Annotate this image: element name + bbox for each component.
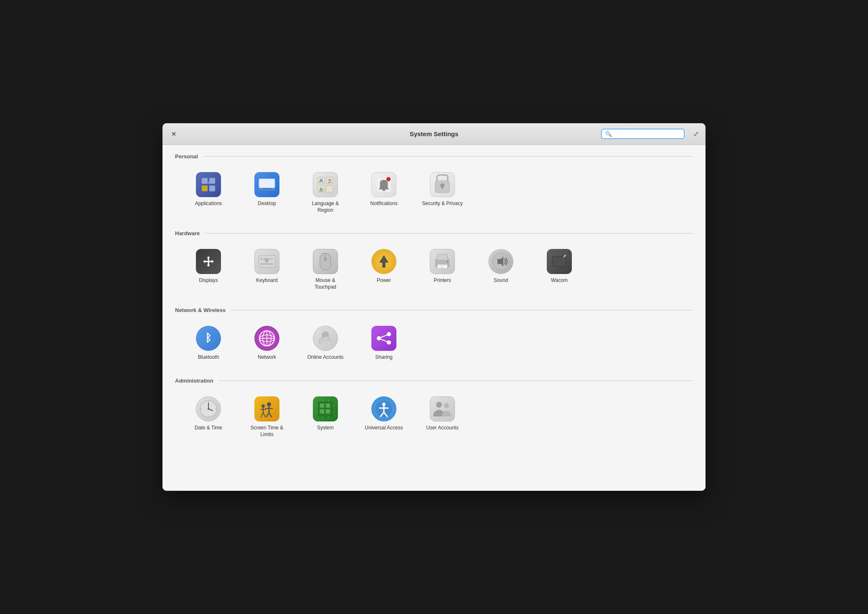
svg-point-62 xyxy=(377,336,381,340)
network-icon xyxy=(254,325,280,352)
svg-rect-88 xyxy=(326,409,330,414)
svg-text:ᛒ: ᛒ xyxy=(205,332,212,344)
svg-line-78 xyxy=(269,413,272,417)
wacom-item[interactable]: Wacom xyxy=(534,244,584,294)
svg-marker-25 xyxy=(212,260,213,263)
online-accounts-icon xyxy=(312,325,339,352)
svg-marker-27 xyxy=(207,265,210,266)
svg-point-69 xyxy=(208,408,209,410)
displays-item[interactable]: Displays xyxy=(183,244,233,294)
network-label: Network xyxy=(258,354,276,361)
power-item[interactable]: Power xyxy=(359,244,409,294)
svg-rect-85 xyxy=(320,403,324,408)
section-header-personal: Personal xyxy=(175,153,693,160)
keyboard-item[interactable]: @ Keyboard xyxy=(242,244,292,294)
svg-text:あ: あ xyxy=(319,187,324,192)
search-input[interactable] xyxy=(614,131,680,137)
svg-rect-60 xyxy=(320,341,331,345)
mouse-item[interactable]: Mouse & Touchpad xyxy=(300,244,350,294)
system-settings-window: ✕ System Settings 🔍 ⤢ Personal xyxy=(162,123,706,491)
system-label: System xyxy=(317,425,334,431)
svg-point-104 xyxy=(444,403,449,408)
language-item[interactable]: A 文 あ Language & Region xyxy=(300,167,350,218)
svg-point-16 xyxy=(382,189,386,191)
section-personal: Personal ♪ xyxy=(175,153,693,218)
network-item[interactable]: Network xyxy=(242,321,292,365)
svg-point-17 xyxy=(386,177,391,181)
svg-rect-31 xyxy=(260,258,263,260)
section-title-personal: Personal xyxy=(175,153,198,160)
search-area: 🔍 xyxy=(601,129,685,139)
keyboard-label: Keyboard xyxy=(256,277,277,284)
hardware-items-grid: Displays @ xyxy=(175,244,693,294)
sharing-label: Sharing xyxy=(375,354,392,361)
applications-label: Applications xyxy=(195,200,222,207)
section-title-hardware: Hardware xyxy=(175,230,200,236)
svg-point-49 xyxy=(564,255,566,256)
section-hardware: Hardware xyxy=(175,230,693,294)
svg-rect-87 xyxy=(320,409,324,414)
online-accounts-item[interactable]: Online Accounts xyxy=(300,321,350,365)
svg-rect-5 xyxy=(259,179,275,188)
svg-rect-7 xyxy=(263,188,271,189)
useraccounts-icon xyxy=(429,396,456,422)
svg-line-82 xyxy=(261,413,263,417)
mouse-label: Mouse & Touchpad xyxy=(305,277,346,290)
svg-rect-30 xyxy=(260,263,274,265)
power-label: Power xyxy=(377,277,391,284)
svg-rect-32 xyxy=(264,258,266,260)
sound-item[interactable]: Sound xyxy=(476,244,526,294)
sharing-item[interactable]: Sharing xyxy=(359,321,409,365)
notifications-icon xyxy=(371,171,397,198)
bluetooth-label: Bluetooth xyxy=(198,354,219,361)
section-title-network: Network & Wireless xyxy=(175,307,226,313)
svg-rect-47 xyxy=(553,256,566,266)
search-box[interactable]: 🔍 xyxy=(601,129,685,139)
svg-rect-41 xyxy=(437,264,447,269)
svg-rect-21 xyxy=(442,186,443,189)
svg-rect-42 xyxy=(439,265,446,266)
wacom-icon xyxy=(546,248,573,275)
applications-item[interactable]: ♪ Applications xyxy=(183,167,233,218)
svg-marker-26 xyxy=(207,256,210,258)
svg-rect-3 xyxy=(209,185,215,191)
useraccounts-item[interactable]: User Accounts xyxy=(417,391,467,442)
svg-rect-34 xyxy=(270,258,273,260)
printers-item[interactable]: Printers xyxy=(417,244,467,294)
keyboard-icon: @ xyxy=(254,248,280,275)
window-title: System Settings xyxy=(410,130,459,137)
section-divider-hardware xyxy=(205,233,693,233)
section-administration: Administration xyxy=(175,378,693,442)
desktop-item[interactable]: Desktop xyxy=(242,167,292,218)
svg-rect-0 xyxy=(202,178,208,184)
section-network: Network & Wireless ᛒ Bluetooth xyxy=(175,307,693,365)
svg-text:文: 文 xyxy=(327,178,332,183)
svg-rect-86 xyxy=(326,403,330,408)
bluetooth-icon: ᛒ xyxy=(195,325,222,352)
svg-rect-43 xyxy=(439,267,444,268)
applications-icon: ♪ xyxy=(195,171,222,198)
titlebar: ✕ System Settings 🔍 ⤢ xyxy=(162,123,706,145)
search-icon: 🔍 xyxy=(605,131,612,137)
universal-item[interactable]: Universal Access xyxy=(359,391,409,442)
svg-line-65 xyxy=(381,339,387,342)
system-item[interactable]: System xyxy=(300,391,350,442)
sound-icon xyxy=(487,248,514,275)
bluetooth-item[interactable]: ᛒ Bluetooth xyxy=(183,321,233,365)
security-item[interactable]: Security & Privacy xyxy=(417,167,467,218)
expand-button[interactable]: ⤢ xyxy=(693,130,699,138)
notifications-label: Notifications xyxy=(370,200,397,207)
screentime-item[interactable]: Screen Time & Limits xyxy=(242,391,292,442)
displays-label: Displays xyxy=(199,277,218,284)
svg-rect-2 xyxy=(202,185,208,191)
section-divider-personal xyxy=(203,156,693,157)
datetime-item[interactable]: Date & Time xyxy=(183,391,233,442)
printers-label: Printers xyxy=(434,277,451,284)
svg-point-103 xyxy=(436,402,442,408)
section-header-hardware: Hardware xyxy=(175,230,693,236)
svg-text:♪: ♪ xyxy=(208,180,210,185)
close-button[interactable]: ✕ xyxy=(169,129,178,139)
desktop-label: Desktop xyxy=(258,200,276,207)
notifications-item[interactable]: Notifications xyxy=(359,167,409,218)
useraccounts-label: User Accounts xyxy=(426,425,458,431)
